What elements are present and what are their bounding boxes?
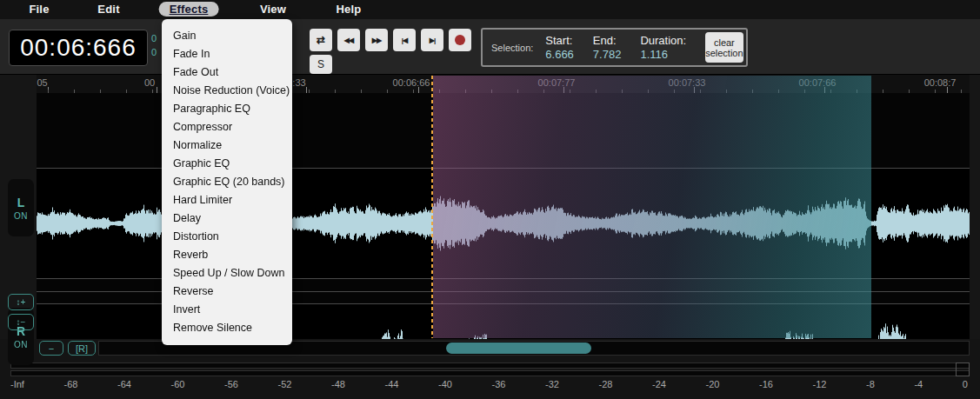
db-label: -4 — [914, 379, 923, 389]
amplify-decrease-button[interactable]: ↕− — [8, 314, 34, 330]
selection-duration-value: 1.116 — [640, 48, 686, 61]
right-gutter — [970, 75, 980, 339]
menu-item-edit[interactable]: Edit — [97, 3, 119, 16]
amplify-increase-button[interactable]: ↕+ — [8, 294, 34, 310]
fast-forward-icon: ▶▶ — [372, 37, 381, 44]
right-channel-state: ON — [14, 340, 28, 349]
menu-item-view[interactable]: View — [260, 3, 286, 16]
timeline-minor-tick — [387, 90, 388, 93]
effects-menu-item-reverse[interactable]: Reverse — [162, 283, 292, 301]
effects-menu-item-hard-limiter[interactable]: Hard Limiter — [162, 191, 292, 209]
selection-duration: Duration: 1.116 — [640, 34, 686, 61]
db-label: -16 — [759, 379, 773, 389]
selection-end-value: 7.782 — [593, 48, 622, 61]
effects-menu-item-reverb[interactable]: Reverb — [162, 246, 292, 264]
timeline-minor-tick — [126, 90, 127, 93]
level-meter-right — [10, 370, 970, 376]
effects-menu-item-compressor[interactable]: Compressor — [162, 118, 292, 136]
effects-menu-item-gain[interactable]: Gain — [162, 27, 292, 45]
fast-forward-button[interactable]: ▶▶ — [365, 29, 388, 51]
db-label: -44 — [385, 379, 399, 389]
effects-menu-item-fade-out[interactable]: Fade Out — [162, 63, 292, 82]
selection-end-label: End: — [593, 34, 622, 47]
selection-panel-label: Selection: — [491, 43, 533, 53]
left-channel-toggle[interactable]: L ON — [8, 179, 34, 236]
record-icon — [455, 35, 465, 45]
timeline-label: 00:08:7 — [924, 77, 957, 88]
timeline-minor-tick — [935, 90, 936, 93]
effects-menu-item-invert[interactable]: Invert — [162, 301, 292, 319]
left-channel-state: ON — [14, 211, 28, 221]
effects-menu-item-paragraphic-eq[interactable]: Paragraphic EQ — [162, 100, 292, 118]
effects-menu-item-fade-in[interactable]: Fade In — [162, 45, 292, 63]
timeline-major-tick — [947, 87, 948, 93]
timeline-minor-tick — [48, 90, 49, 93]
effects-menu-item-speed-up-slow-down[interactable]: Speed Up / Slow Down — [162, 264, 292, 283]
effects-dropdown-menu: GainFade InFade OutNoise Reduction (Voic… — [162, 19, 292, 345]
effects-menu-item-distortion[interactable]: Distortion — [162, 228, 292, 246]
zoom-out-button[interactable]: − — [39, 341, 63, 356]
db-label: -56 — [224, 379, 238, 389]
loop-button[interactable]: ⇄ — [310, 29, 332, 51]
effects-menu-item-normalize[interactable]: Normalize — [162, 136, 292, 155]
reset-zoom-button[interactable]: [R] — [68, 341, 96, 356]
effects-menu-item-remove-silence[interactable]: Remove Silence — [162, 319, 292, 337]
selection-duration-label: Duration: — [640, 34, 686, 47]
menu-item-effects[interactable]: Effects — [159, 2, 219, 17]
timeline-major-tick — [418, 87, 419, 93]
timeline-major-tick — [157, 87, 157, 93]
db-label: -52 — [278, 379, 292, 389]
loop-icon: ⇄ — [317, 34, 325, 46]
effects-menu-item-delay[interactable]: Delay — [162, 209, 292, 228]
waveform-area: :0500:3300:06:6600:07:7700:07:3300:07:66… — [0, 75, 980, 339]
db-label: -24 — [652, 379, 666, 389]
level-meter-left — [10, 362, 970, 369]
playhead-line[interactable] — [431, 76, 433, 338]
db-label: -Inf — [10, 379, 24, 389]
effects-menu-item-graphic-eq[interactable]: Graphic EQ — [162, 155, 292, 173]
menu-bar: FileEditEffectsViewHelp — [0, 0, 980, 19]
db-label: -20 — [706, 379, 720, 389]
left-channel-label: L — [17, 196, 25, 209]
skip-to-end-button[interactable]: ▶| — [421, 29, 443, 51]
mini-readout-line2: 0 — [151, 45, 157, 59]
skip-to-start-button[interactable]: |◀ — [393, 29, 416, 51]
selection-start-label: Start: — [545, 34, 574, 47]
record-button[interactable] — [449, 29, 471, 51]
timeline-minor-tick — [152, 90, 153, 93]
selection-start: Start: 6.666 — [545, 34, 574, 61]
menu-item-file[interactable]: File — [29, 3, 49, 16]
db-label: -36 — [492, 379, 506, 389]
selection-region[interactable] — [433, 76, 871, 338]
db-label: -8 — [866, 379, 875, 389]
mini-readout-line1: 0 — [151, 31, 157, 45]
timeline-minor-tick — [335, 90, 336, 93]
menu-item-help[interactable]: Help — [337, 3, 362, 16]
db-label: -12 — [813, 379, 827, 389]
timeline-minor-tick — [361, 90, 362, 93]
db-label: -28 — [599, 379, 613, 389]
skip-to-start-icon: |◀ — [402, 37, 407, 44]
timeline-label: 00 — [144, 77, 155, 88]
selection-panel: Selection: Start: 6.666 End: 7.782 Durat… — [481, 28, 748, 67]
waveform-scrollbar-thumb[interactable] — [446, 342, 591, 354]
timeline-minor-tick — [883, 90, 883, 93]
snap-button[interactable]: S — [310, 55, 332, 74]
db-label: -40 — [438, 379, 452, 389]
bottom-bar: + − [R] -Inf-68-64-60-56-52-48-44-40-36-… — [0, 339, 980, 399]
db-scale: -Inf-68-64-60-56-52-48-44-40-36-32-28-24… — [10, 379, 968, 389]
effects-menu-item-noise-reduction-voice[interactable]: Noise Reduction (Voice) — [162, 82, 292, 100]
db-label: -60 — [171, 379, 185, 389]
time-display: 00:06:666 — [9, 30, 148, 66]
clear-selection-button[interactable]: clear selection — [705, 32, 743, 63]
transport-controls: ⇄ ◀◀ ▶▶ |◀ ▶| — [310, 29, 471, 51]
timeline-minor-tick — [909, 90, 910, 93]
meter-end-cap — [956, 362, 970, 376]
timeline-minor-tick — [74, 90, 75, 93]
selection-end: End: 7.782 — [593, 34, 622, 61]
effects-menu-item-graphic-eq-20-bands[interactable]: Graphic EQ (20 bands) — [162, 173, 292, 191]
selection-start-value: 6.666 — [545, 48, 574, 61]
clear-selection-button-label-1: clear — [714, 37, 735, 48]
rewind-button[interactable]: ◀◀ — [337, 29, 360, 51]
timeline-minor-tick — [413, 90, 414, 93]
